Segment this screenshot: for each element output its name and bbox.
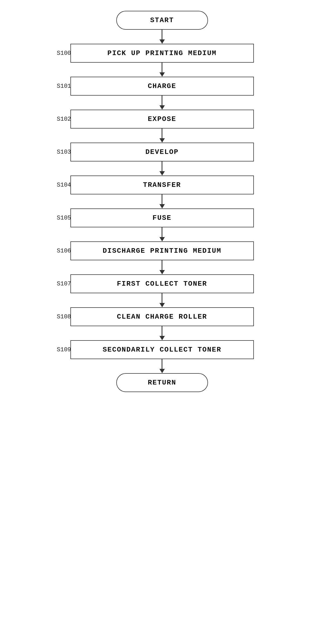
arrow-line [162, 359, 162, 369]
arrow-head [159, 138, 165, 143]
arrow-4 [159, 161, 165, 176]
start-node-wrapper: START [41, 11, 284, 30]
arrow-9 [159, 326, 165, 340]
s103-node-wrapper: S103 DEVELOP [41, 143, 284, 161]
arrow-line [162, 63, 162, 72]
step-label-s105: S105 [57, 215, 71, 221]
arrow-head [159, 204, 165, 208]
s108-node-wrapper: S108 CLEAN CHARGE ROLLER [41, 307, 284, 326]
s100-node: PICK UP PRINTING MEDIUM [70, 44, 254, 63]
step-label-s102: S102 [57, 116, 71, 123]
arrow-head [159, 303, 165, 307]
s102-node-wrapper: S102 EXPOSE [41, 110, 284, 129]
step-label-s106: S106 [57, 248, 71, 254]
step-label-s100: S100 [57, 50, 71, 57]
s108-node: CLEAN CHARGE ROLLER [70, 307, 254, 326]
arrow-head [159, 270, 165, 274]
arrow-3 [159, 129, 165, 143]
return-node: RETURN [116, 373, 208, 392]
arrow-6 [159, 227, 165, 241]
s107-node: FIRST COLLECT TONER [70, 274, 254, 293]
s109-node-wrapper: S109 SECONDARILY COLLECT TONER [41, 340, 284, 359]
start-node: START [116, 11, 208, 30]
arrow-line [162, 326, 162, 336]
s100-node-wrapper: S100 PICK UP PRINTING MEDIUM [41, 44, 284, 63]
arrow-2 [159, 96, 165, 110]
step-label-s103: S103 [57, 149, 71, 156]
arrow-0 [159, 30, 165, 44]
s105-node: FUSE [70, 208, 254, 227]
s106-node-wrapper: S106 DISCHARGE PRINTING MEDIUM [41, 241, 284, 260]
s104-node-wrapper: S104 TRANSFER [41, 176, 284, 194]
arrow-line [162, 194, 162, 204]
s101-node: CHARGE [70, 77, 254, 96]
s109-node: SECONDARILY COLLECT TONER [70, 340, 254, 359]
step-label-s108: S108 [57, 313, 71, 320]
step-label-s101: S101 [57, 83, 71, 90]
s104-node: TRANSFER [70, 176, 254, 194]
arrow-8 [159, 293, 165, 307]
s106-node: DISCHARGE PRINTING MEDIUM [70, 241, 254, 260]
flowchart: START S100 PICK UP PRINTING MEDIUM S101 … [41, 11, 284, 392]
step-label-s104: S104 [57, 182, 71, 188]
step-label-s107: S107 [57, 281, 71, 287]
step-label-s109: S109 [57, 346, 71, 353]
arrow-5 [159, 194, 165, 208]
arrow-line [162, 293, 162, 303]
arrow-line [162, 129, 162, 138]
arrow-head [159, 39, 165, 44]
arrow-line [162, 260, 162, 270]
return-node-wrapper: RETURN [41, 373, 284, 392]
arrow-head [159, 171, 165, 176]
arrow-head [159, 369, 165, 373]
arrow-7 [159, 260, 165, 274]
arrow-head [159, 237, 165, 241]
arrow-line [162, 161, 162, 171]
s107-node-wrapper: S107 FIRST COLLECT TONER [41, 274, 284, 293]
arrow-line [162, 30, 162, 39]
arrow-head [159, 105, 165, 110]
arrow-head [159, 336, 165, 340]
arrow-1 [159, 63, 165, 77]
arrow-line [162, 96, 162, 105]
arrow-head [159, 72, 165, 77]
s102-node: EXPOSE [70, 110, 254, 129]
arrow-line [162, 227, 162, 237]
s101-node-wrapper: S101 CHARGE [41, 77, 284, 96]
s105-node-wrapper: S105 FUSE [41, 208, 284, 227]
s103-node: DEVELOP [70, 143, 254, 161]
arrow-10 [159, 359, 165, 373]
